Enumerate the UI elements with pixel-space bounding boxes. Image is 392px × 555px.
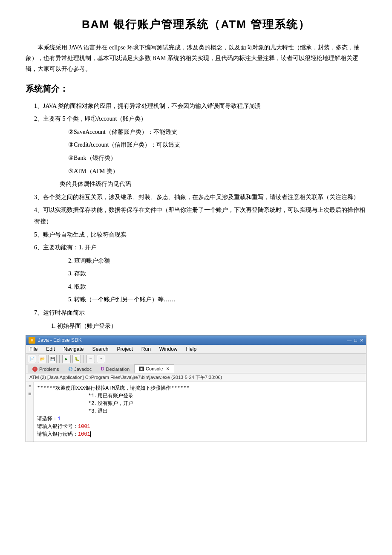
toolbar-save[interactable]: 💾 (48, 355, 57, 363)
list-item-6d: 4. 取款 (34, 281, 366, 293)
window-close[interactable]: ✕ (360, 338, 363, 343)
tab-console[interactable]: ▣ Console ✕ (134, 364, 174, 373)
toolbar-debug[interactable]: 🐛 (72, 355, 81, 363)
eclipse-menubar: File Edit Navigate Search Project Run Wi… (26, 345, 366, 354)
gutter-icon-1: ≡ (27, 384, 33, 390)
menu-search[interactable]: Search (90, 346, 110, 353)
gutter-icons: ≡ ▤ (26, 382, 33, 400)
tab-declaration-label: Declaration (106, 367, 130, 372)
eclipse-title-text: Java - Eclipse SDK (38, 337, 82, 343)
menu-file[interactable]: File (28, 346, 39, 353)
problems-icon: ! (32, 367, 37, 372)
eclipse-console-content: ATM (2) [Java Application] C:\Program Fi… (26, 373, 366, 442)
list-item-6b: 2. 查询账户余额 (34, 255, 366, 267)
console-password-value: 1001 (78, 431, 90, 437)
list-item-1: 1、JAVA 类的面相对象的应用，拥有异常处理机制，不会因为输入错误而导致程序崩… (34, 101, 366, 112)
console-icon: ▣ (139, 367, 144, 371)
toolbar-new[interactable]: 📄 (28, 355, 36, 363)
menu-window[interactable]: Window (158, 346, 179, 353)
list-item-2: 2、主要有 5 个类，即①Account（账户类） (34, 113, 366, 125)
toolbar-sep2 (84, 355, 84, 363)
console-cursor: ​ (90, 431, 91, 437)
section-title: 系统简介： (26, 83, 366, 95)
menu-navigate[interactable]: Navigate (62, 346, 85, 353)
menu-run[interactable]: Run (140, 346, 153, 353)
console-line-4: 请选择：1 (37, 415, 190, 423)
list-item-3: 3、各个类之间的相互关系，涉及继承、封装、多态、抽象，在多态中又涉及重载和重写，… (34, 192, 366, 203)
console-line-0: ******欢迎使用XXX银行模拟ATM系统，请按如下步骤操作****** (37, 384, 190, 392)
eclipse-toolbar: 📄 📂 💾 ▶ 🐛 ← → (26, 354, 366, 364)
list-item-7a: 1. 初始界面（账户登录） (34, 321, 366, 332)
eclipse-window: Java - Eclipse SDK — □ ✕ File Edit Navig… (26, 335, 366, 442)
tab-problems[interactable]: ! Problems (28, 365, 63, 373)
list-item-5: 5、账户号自动生成，比较符合现实 (34, 229, 366, 241)
menu-project[interactable]: Project (115, 346, 134, 353)
menu-help[interactable]: Help (184, 346, 199, 353)
window-maximize[interactable]: □ (354, 338, 357, 343)
svg-point-1 (31, 339, 33, 341)
menu-edit[interactable]: Edit (44, 346, 57, 353)
list-item-2b: ③CreditAccount（信用账户类）：可以透支 (34, 139, 366, 151)
console-line-2: *2.没有账户，开户 (37, 400, 190, 408)
tab-problems-label: Problems (39, 367, 59, 372)
toolbar-run[interactable]: ▶ (62, 355, 71, 363)
console-body: ******欢迎使用XXX银行模拟ATM系统，请按如下步骤操作****** *1… (34, 382, 193, 442)
list-item-2e: 类的具体属性级行为见代码 (34, 179, 366, 190)
tab-javadoc[interactable]: @ Javadoc (63, 365, 96, 373)
list-item-7: 7、运行时界面简示 (34, 307, 366, 319)
window-minimize[interactable]: — (347, 338, 352, 343)
list-item-2c: ④Bank（银行类） (34, 153, 366, 164)
console-close-icon[interactable]: ✕ (166, 367, 170, 371)
list-item-2d: ⑤ATM（ATM 类） (34, 166, 366, 177)
toolbar-forward[interactable]: → (97, 355, 105, 363)
console-line-6: 请输入银行密码：1001​ (37, 431, 190, 438)
intro-paragraph: 本系统采用 JAVA 语言并在 eclipse 环境下编写测试完成，涉及类的概念… (26, 42, 366, 75)
eclipse-titlebar: Java - Eclipse SDK — □ ✕ (26, 335, 366, 345)
list-item-4: 4、可以实现数据保存功能，数据将保存在文件中（即当你注册了一个账户，下次再登陆系… (34, 205, 366, 227)
console-line-1: *1.用已有账户登录 (37, 392, 190, 400)
declaration-icon: D (101, 367, 104, 371)
tab-javadoc-label: Javadoc (74, 367, 92, 372)
console-choice-value: 1 (58, 416, 61, 422)
console-line-3: *3.退出 (37, 408, 190, 415)
system-intro-list: 1、JAVA 类的面相对象的应用，拥有异常处理机制，不会因为输入错误而导致程序崩… (26, 101, 366, 332)
toolbar-back[interactable]: ← (86, 355, 95, 363)
toolbar-sep1 (59, 355, 60, 363)
console-body-container: ≡ ▤ ******欢迎使用XXX银行模拟ATM系统，请按如下步骤操作*****… (26, 382, 366, 442)
list-item-6c: 3. 存款 (34, 268, 366, 280)
list-item-6: 6、主要功能有：1. 开户 (34, 242, 366, 254)
tab-declaration[interactable]: D Declaration (96, 365, 134, 373)
console-header: ATM (2) [Java Application] C:\Program Fi… (26, 373, 366, 382)
console-line-5: 请输入银行卡号：1001 (37, 423, 190, 431)
page-title: BAM 银行账户管理系统（ATM 管理系统） (26, 17, 366, 32)
console-gutter: ≡ ▤ (26, 382, 34, 442)
tab-console-label: Console (146, 366, 163, 371)
gutter-icon-2: ▤ (27, 391, 33, 397)
list-item-2a: ②SaveAccount（储蓄账户类）：不能透支 (34, 127, 366, 138)
eclipse-tabs-row: ! Problems @ Javadoc D Declaration ▣ Con… (26, 364, 366, 373)
eclipse-icon (29, 337, 35, 344)
console-card-value: 1001 (78, 424, 90, 430)
toolbar-open[interactable]: 📂 (38, 355, 46, 363)
javadoc-icon: @ (68, 367, 72, 371)
list-item-6e: 5. 转账（一个账户到另一个账户）等…… (34, 294, 366, 306)
